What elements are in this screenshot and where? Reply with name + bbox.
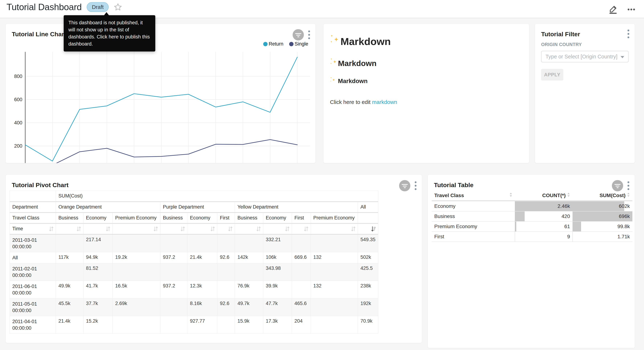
panel-title: Tutorial Line Chart bbox=[12, 31, 66, 38]
pivot-sort-header[interactable] bbox=[358, 224, 378, 234]
sort-icon[interactable] bbox=[76, 226, 82, 232]
more-menu-icon[interactable] bbox=[626, 4, 636, 14]
pivot-class-header: First bbox=[292, 212, 311, 224]
legend-item-return[interactable]: Return bbox=[263, 41, 283, 47]
pivot-class-header bbox=[358, 212, 378, 224]
table-row[interactable]: Premium Economy 61 99.8k bbox=[432, 222, 632, 232]
pivot-value-cell: 94.9k bbox=[84, 252, 113, 263]
sort-icon[interactable] bbox=[48, 226, 54, 232]
sort-icon[interactable] bbox=[256, 226, 261, 232]
markdown-link[interactable]: markdown bbox=[372, 99, 397, 105]
pivot-row: 2011-04-01 00:00:0021.4k15.2k927.7715.9k… bbox=[10, 316, 378, 334]
page-title: Tutorial Dashboard bbox=[6, 2, 82, 12]
pivot-value-cell: 204 bbox=[292, 316, 311, 334]
svg-text:400: 400 bbox=[14, 120, 22, 126]
travel-class-cell: Premium Economy bbox=[432, 222, 515, 232]
sort-icon[interactable] bbox=[228, 226, 233, 232]
pivot-time-cell: 2011-02-01 00:00:00 bbox=[10, 263, 56, 281]
table-row[interactable]: Economy 2.46k 602k bbox=[432, 201, 632, 211]
sort-icon[interactable] bbox=[284, 226, 290, 232]
sort-desc-icon[interactable] bbox=[371, 226, 376, 232]
pivot-sort-header[interactable] bbox=[160, 224, 188, 234]
pivot-department-group: Purple Department bbox=[160, 202, 235, 212]
pivot-value-cell: 937.2 bbox=[160, 252, 188, 263]
pivot-sort-header[interactable] bbox=[56, 224, 84, 234]
pivot-value-cell: 8.16k bbox=[188, 298, 217, 316]
sort-icon[interactable] bbox=[180, 226, 186, 232]
pivot-sort-header[interactable] bbox=[292, 224, 311, 234]
sort-caret-icon[interactable] bbox=[627, 192, 630, 198]
pivot-time-cell: 2011-03-01 00:00:00 bbox=[10, 234, 56, 252]
pivot-sort-header[interactable] bbox=[188, 224, 217, 234]
filter-scope-badge-icon[interactable] bbox=[612, 180, 623, 192]
pivot-sort-header[interactable] bbox=[311, 224, 358, 234]
edit-pencil-icon[interactable] bbox=[608, 4, 618, 15]
filter-scope-badge-icon[interactable] bbox=[292, 29, 304, 41]
apply-button[interactable]: APPLY bbox=[541, 69, 563, 80]
sort-icon[interactable] bbox=[303, 226, 309, 232]
draft-badge[interactable]: Draft bbox=[87, 2, 109, 12]
kebab-menu-icon[interactable] bbox=[414, 181, 417, 191]
pivot-value-cell: 16.5k bbox=[113, 281, 160, 298]
legend-item-single[interactable]: Single bbox=[289, 41, 308, 47]
markdown-h2: Markdown bbox=[338, 59, 376, 68]
pivot-table: SUM(Cost)DepartmentOrange DepartmentPurp… bbox=[10, 190, 378, 334]
chevron-down-icon bbox=[620, 56, 624, 58]
kebab-menu-icon[interactable] bbox=[627, 181, 630, 191]
markdown-h3: Markdown bbox=[338, 78, 368, 84]
count-cell: 61 bbox=[515, 222, 572, 232]
pivot-sort-header[interactable] bbox=[235, 224, 263, 234]
sort-icon[interactable] bbox=[210, 226, 215, 232]
line-chart-panel: Tutorial Line Chart ReturnSingle 2004006… bbox=[6, 24, 316, 163]
pivot-value-cell bbox=[217, 316, 235, 334]
pivot-sort-header[interactable] bbox=[217, 224, 235, 234]
favorite-star-icon[interactable] bbox=[114, 3, 122, 11]
pivot-sort-header[interactable] bbox=[113, 224, 160, 234]
pivot-metric-header: SUM(Cost) bbox=[56, 191, 378, 202]
kebab-menu-icon[interactable] bbox=[627, 29, 630, 39]
pivot-sort-header[interactable] bbox=[263, 224, 292, 234]
line-chart: 200400600800FebruaryMarchAprilMayJuneJul… bbox=[11, 49, 310, 163]
pivot-value-cell bbox=[311, 263, 358, 281]
pivot-value-cell bbox=[160, 298, 188, 316]
pivot-value-cell: 217.14 bbox=[84, 234, 113, 252]
column-label: COUNT(*) bbox=[542, 192, 566, 198]
sparkles-icon bbox=[330, 35, 340, 48]
pivot-time-header[interactable]: Time bbox=[10, 224, 56, 234]
kebab-menu-icon[interactable] bbox=[308, 30, 310, 40]
pivot-department-group: All bbox=[358, 202, 378, 212]
pivot-value-cell bbox=[160, 263, 188, 281]
pivot-value-cell: 21.4k bbox=[188, 252, 217, 263]
pivot-value-cell bbox=[160, 234, 188, 252]
sort-caret-icon[interactable] bbox=[567, 192, 570, 198]
table-column-header[interactable]: COUNT(*) bbox=[515, 190, 572, 201]
pivot-value-cell bbox=[311, 234, 358, 252]
table-row[interactable]: First 9 1.71k bbox=[432, 232, 632, 242]
table-row[interactable]: Business 420 696k bbox=[432, 211, 632, 222]
sum-cell: 99.8k bbox=[572, 222, 632, 232]
markdown-panel[interactable]: Markdown Markdown Markdown Click here to… bbox=[323, 24, 529, 163]
pivot-value-cell: 92.6 bbox=[217, 298, 235, 316]
column-label: SUM(Cost) bbox=[600, 192, 626, 198]
svg-text:600: 600 bbox=[14, 97, 22, 102]
pivot-value-cell: 76.9k bbox=[235, 281, 263, 298]
sort-caret-icon[interactable] bbox=[510, 192, 512, 198]
pivot-class-header: First bbox=[217, 212, 235, 224]
filter-scope-badge-icon[interactable] bbox=[399, 180, 410, 192]
pivot-row: 2011-05-01 00:00:0045.5k37.7k2.69k8.16k9… bbox=[10, 298, 378, 316]
table-column-header[interactable]: Travel Class bbox=[432, 190, 515, 201]
pivot-class-header: Economy bbox=[263, 212, 292, 224]
pivot-value-cell bbox=[217, 263, 235, 281]
pivot-value-cell bbox=[311, 316, 358, 334]
column-label: Travel Class bbox=[434, 192, 464, 198]
table-column-header[interactable]: SUM(Cost) bbox=[572, 190, 632, 201]
pivot-value-cell: 927.77 bbox=[188, 316, 217, 334]
travel-class-cell: Economy bbox=[432, 201, 515, 211]
sort-icon[interactable] bbox=[105, 226, 111, 232]
sort-icon[interactable] bbox=[153, 226, 158, 232]
legend-dot bbox=[289, 42, 294, 46]
origin-country-select[interactable]: Type or Select [Origin Country] bbox=[541, 51, 628, 62]
pivot-sort-header[interactable] bbox=[84, 224, 113, 234]
sort-icon[interactable] bbox=[350, 226, 356, 232]
pivot-value-cell: 17.3k bbox=[263, 316, 292, 334]
